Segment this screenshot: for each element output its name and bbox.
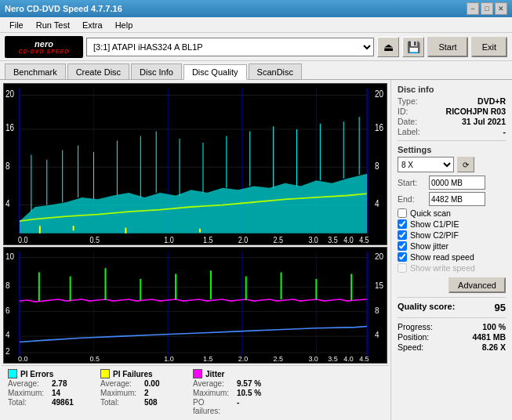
svg-text:6: 6 xyxy=(5,306,10,315)
exit-button[interactable]: Exit xyxy=(471,37,507,57)
disc-type-row: Type: DVD+R xyxy=(398,96,506,106)
speed-label: Speed: xyxy=(398,342,423,352)
pi-failures-total-row: Total: 508 xyxy=(100,398,187,407)
progress-row: Progress: 100 % xyxy=(398,322,506,331)
menu-help[interactable]: Help xyxy=(109,20,140,31)
show-write-label: Show write speed xyxy=(410,263,475,273)
show-c2-label: Show C2/PIF xyxy=(410,230,459,240)
drive-selector[interactable]: [3:1] ATAPI iHAS324 A BL1P xyxy=(86,38,374,56)
tab-benchmark[interactable]: Benchmark xyxy=(5,63,66,79)
jitter-po-label: PO failures: xyxy=(193,398,234,415)
pi-errors-color xyxy=(8,369,17,378)
nero-logo-text: nero xyxy=(19,39,70,49)
tab-disc-info[interactable]: Disc Info xyxy=(131,63,182,79)
pi-errors-header: PI Errors xyxy=(8,369,94,378)
pi-errors-max-value: 14 xyxy=(52,389,60,397)
maximize-button[interactable]: □ xyxy=(481,2,493,15)
pi-failures-max-row: Maximum: 2 xyxy=(100,389,187,397)
speed-selector[interactable]: 8 X xyxy=(398,157,454,172)
pi-errors-avg-row: Average: 2.78 xyxy=(8,379,94,388)
start-input[interactable] xyxy=(429,176,485,190)
show-jitter-checkbox[interactable] xyxy=(398,241,407,251)
top-chart-svg: 20 16 8 4 20 16 8 4 xyxy=(4,84,387,244)
svg-text:4: 4 xyxy=(375,198,379,208)
end-input[interactable] xyxy=(429,192,485,206)
show-write-row: Show write speed xyxy=(398,263,506,273)
svg-text:15: 15 xyxy=(375,281,383,290)
pi-errors-avg-value: 2.78 xyxy=(52,379,67,388)
pi-failures-color xyxy=(100,369,110,378)
save-icon-button[interactable]: 💾 xyxy=(402,37,424,57)
svg-text:0.0: 0.0 xyxy=(18,355,27,363)
quick-scan-row: Quick scan xyxy=(398,208,506,218)
quality-row: Quality score: 95 xyxy=(398,302,506,313)
show-write-checkbox[interactable] xyxy=(398,263,407,273)
tab-create-disc[interactable]: Create Disc xyxy=(67,63,129,79)
pi-errors-group: PI Errors Average: 2.78 Maximum: 14 Tota… xyxy=(8,369,94,415)
svg-text:3.5: 3.5 xyxy=(328,235,338,244)
start-label: Start: xyxy=(398,178,429,187)
show-read-checkbox[interactable] xyxy=(398,252,407,262)
jitter-label: Jitter xyxy=(205,370,224,378)
close-button[interactable]: ✕ xyxy=(495,2,507,15)
menu-file[interactable]: File xyxy=(3,20,30,31)
tab-scan-disc[interactable]: ScanDisc xyxy=(249,63,302,79)
chart-area: 20 16 8 4 20 16 8 4 xyxy=(0,80,390,420)
tab-bar: Benchmark Create Disc Disc Info Disc Qua… xyxy=(0,61,512,80)
svg-rect-38 xyxy=(73,226,74,230)
disc-id-value: RICOHJPN R03 xyxy=(446,107,506,116)
window-controls[interactable]: − □ ✕ xyxy=(467,2,507,15)
disc-type-value: DVD+R xyxy=(478,96,506,106)
svg-text:1.5: 1.5 xyxy=(203,355,212,363)
advanced-button[interactable]: Advanced xyxy=(448,277,506,293)
tab-disc-quality[interactable]: Disc Quality xyxy=(183,64,247,80)
svg-text:10: 10 xyxy=(5,252,14,261)
nero-logo: nero CD·DVD SPEED xyxy=(5,36,83,58)
svg-text:3.0: 3.0 xyxy=(308,355,318,363)
svg-text:8: 8 xyxy=(375,161,379,171)
nero-logo-subtitle: CD·DVD SPEED xyxy=(19,49,70,55)
disc-date-value: 31 Jul 2021 xyxy=(462,117,506,126)
svg-text:4.5: 4.5 xyxy=(359,355,369,363)
jitter-group: Jitter Average: 9.57 % Maximum: 10.5 % P… xyxy=(193,369,279,415)
advanced-clearfix: Advanced xyxy=(398,274,506,293)
eject-icon-button[interactable]: ⏏ xyxy=(377,37,399,57)
svg-text:20: 20 xyxy=(375,252,383,261)
pi-failures-max-label: Maximum: xyxy=(100,389,141,397)
progress-section: Progress: 100 % Position: 4481 MB Speed:… xyxy=(398,322,506,352)
svg-rect-37 xyxy=(39,226,41,234)
speed-refresh-button[interactable]: ⟳ xyxy=(457,157,474,172)
menu-run-test[interactable]: Run Test xyxy=(30,20,76,31)
show-c1-label: Show C1/PIE xyxy=(410,219,459,229)
pi-errors-avg-label: Average: xyxy=(8,379,49,388)
svg-text:2.0: 2.0 xyxy=(238,235,249,244)
start-button[interactable]: Start xyxy=(427,37,467,57)
quick-scan-checkbox[interactable] xyxy=(398,208,407,218)
jitter-po-row: PO failures: - xyxy=(193,398,279,415)
pi-errors-max-label: Maximum: xyxy=(8,389,49,397)
svg-text:2: 2 xyxy=(5,347,10,356)
svg-text:0.0: 0.0 xyxy=(18,235,28,244)
pi-failures-group: PI Failures Average: 0.00 Maximum: 2 Tot… xyxy=(100,369,187,415)
show-c1-checkbox[interactable] xyxy=(398,219,407,229)
minimize-button[interactable]: − xyxy=(467,2,479,15)
pi-errors-total-label: Total: xyxy=(8,398,49,407)
pi-failures-label: PI Failures xyxy=(113,370,153,378)
menu-extra[interactable]: Extra xyxy=(76,20,109,31)
svg-text:4: 4 xyxy=(375,331,379,339)
svg-text:20: 20 xyxy=(5,89,14,99)
show-c2-row: Show C2/PIF xyxy=(398,230,506,240)
pi-failures-header: PI Failures xyxy=(100,369,187,378)
speed-row: Speed: 8.26 X xyxy=(398,342,506,352)
disc-label-row: Label: - xyxy=(398,127,506,136)
show-c2-checkbox[interactable] xyxy=(398,230,407,240)
svg-text:20: 20 xyxy=(375,89,383,99)
show-read-row: Show read speed xyxy=(398,252,506,262)
position-row: Position: 4481 MB xyxy=(398,332,506,342)
svg-text:1.0: 1.0 xyxy=(164,355,173,363)
svg-text:1.0: 1.0 xyxy=(164,235,174,244)
disc-info-title: Disc info xyxy=(398,85,506,94)
top-chart: 20 16 8 4 20 16 8 4 xyxy=(3,83,387,245)
disc-label-label: Label: xyxy=(398,127,420,136)
start-input-row: Start: xyxy=(398,176,506,190)
